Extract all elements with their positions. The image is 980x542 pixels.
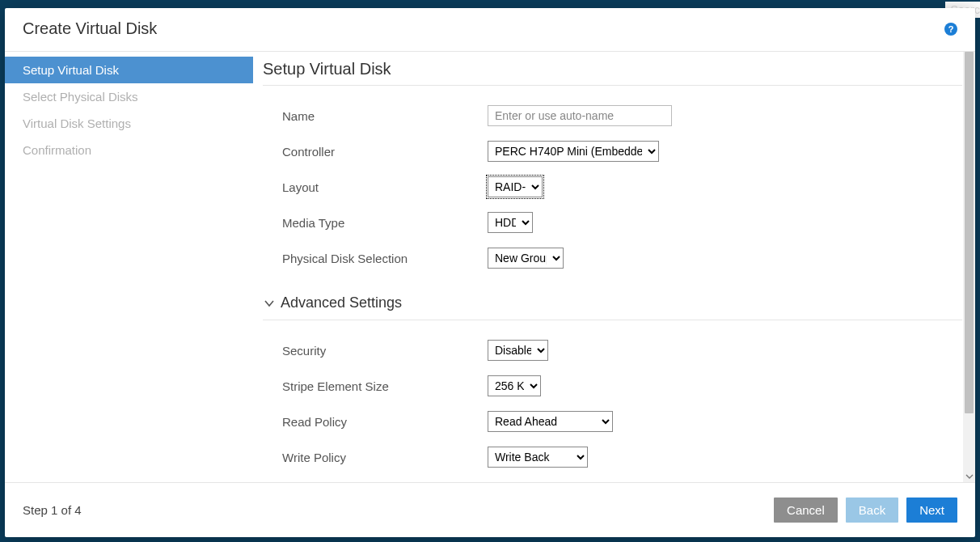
field-row-controller: Controller PERC H740P Mini (Embedded)	[263, 141, 962, 162]
field-row-write-policy: Write Policy Write Back	[263, 447, 962, 468]
back-button[interactable]: Back	[846, 498, 898, 523]
field-row-security: Security Disabled	[263, 340, 962, 361]
next-button[interactable]: Next	[906, 498, 957, 523]
name-input[interactable]	[488, 105, 672, 126]
field-row-media-type: Media Type HDD	[263, 212, 962, 233]
footer-buttons: Cancel Back Next	[774, 498, 957, 523]
security-select[interactable]: Disabled	[488, 340, 548, 361]
wizard-step-confirmation: Confirmation	[5, 137, 253, 163]
media-type-select[interactable]: HDD	[488, 212, 533, 233]
label-security: Security	[282, 344, 488, 358]
label-read-policy: Read Policy	[282, 415, 488, 429]
scrollbar-thumb[interactable]	[965, 52, 974, 413]
scrollbar-down-button[interactable]	[963, 470, 975, 482]
advanced-settings-toggle[interactable]: Advanced Settings	[263, 288, 962, 320]
label-pd-selection: Physical Disk Selection	[282, 252, 488, 265]
field-row-stripe: Stripe Element Size 256 KB	[263, 375, 962, 396]
field-row-layout: Layout RAID-1	[263, 176, 962, 197]
cancel-button[interactable]: Cancel	[774, 498, 838, 523]
chevron-down-icon	[965, 472, 974, 481]
wizard-step-setup-virtual-disk[interactable]: Setup Virtual Disk	[5, 57, 253, 83]
label-layout: Layout	[282, 180, 488, 194]
controller-select[interactable]: PERC H740P Mini (Embedded)	[488, 141, 659, 162]
modal-title: Create Virtual Disk	[23, 19, 157, 38]
label-write-policy: Write Policy	[282, 451, 488, 464]
write-policy-select[interactable]: Write Back	[488, 447, 588, 468]
label-name: Name	[282, 109, 488, 123]
step-indicator: Step 1 of 4	[23, 503, 82, 517]
content-area: Setup Virtual Disk Name Controller PERC …	[253, 52, 975, 482]
section-heading: Setup Virtual Disk	[263, 60, 962, 86]
advanced-settings-heading: Advanced Settings	[281, 294, 402, 311]
label-media-type: Media Type	[282, 216, 488, 230]
wizard-step-virtual-disk-settings: Virtual Disk Settings	[5, 110, 253, 137]
modal-header: Create Virtual Disk ?	[5, 8, 975, 52]
wizard-steps-sidebar: Setup Virtual Disk Select Physical Disks…	[5, 52, 253, 482]
modal-body: Setup Virtual Disk Select Physical Disks…	[5, 52, 975, 482]
wizard-step-select-physical-disks: Select Physical Disks	[5, 83, 253, 110]
stripe-size-select[interactable]: 256 KB	[488, 375, 541, 396]
read-policy-select[interactable]: Read Ahead	[488, 411, 613, 432]
pd-selection-select[interactable]: New Group	[488, 248, 564, 269]
field-row-pd-selection: Physical Disk Selection New Group	[263, 248, 962, 269]
scrollbar-track[interactable]	[963, 52, 975, 482]
create-virtual-disk-modal: Create Virtual Disk ? Setup Virtual Disk…	[5, 8, 975, 537]
chevron-down-icon	[263, 297, 276, 310]
field-row-name: Name	[263, 105, 962, 126]
help-icon[interactable]: ?	[944, 23, 957, 36]
field-row-read-policy: Read Policy Read Ahead	[263, 411, 962, 432]
label-stripe: Stripe Element Size	[282, 379, 488, 393]
label-controller: Controller	[282, 145, 488, 159]
layout-select[interactable]: RAID-1	[488, 176, 543, 197]
modal-footer: Step 1 of 4 Cancel Back Next	[5, 482, 975, 537]
